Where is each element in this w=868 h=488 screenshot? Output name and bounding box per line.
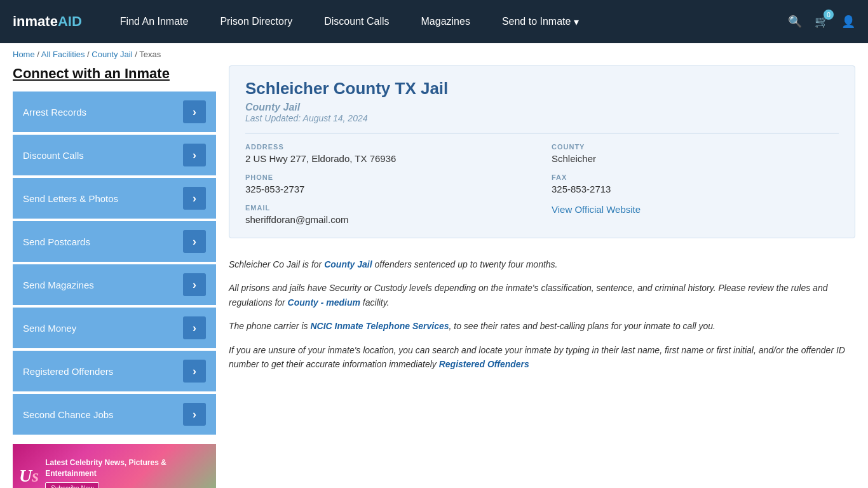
email-label: EMAIL: [245, 204, 532, 212]
phone-value: 325-853-2737: [245, 184, 532, 194]
user-icon[interactable]: 👤: [841, 15, 855, 29]
ad-subscribe-button[interactable]: Subscribe Now: [45, 482, 99, 488]
arrow-icon: ›: [183, 316, 206, 339]
main-content: Schleicher County TX Jail County Jail La…: [229, 65, 855, 488]
county-value: Schleicher: [552, 153, 839, 164]
fax-label: FAX: [552, 173, 839, 181]
ncic-link[interactable]: NCIC Inmate Telephone Services: [310, 321, 449, 331]
nav-discount-calls[interactable]: Discount Calls: [324, 16, 389, 27]
header-icons: 🔍 🛒 0 👤: [788, 15, 855, 29]
sidebar-item-discount-calls[interactable]: Discount Calls ›: [13, 135, 216, 175]
cart-badge: 0: [824, 10, 834, 20]
arrow-icon: ›: [183, 360, 206, 383]
arrow-icon: ›: [183, 144, 206, 166]
nav-prison-directory[interactable]: Prison Directory: [220, 16, 292, 27]
sidebar-item-arrest-records[interactable]: Arrest Records ›: [13, 92, 216, 132]
ad-logo: Us: [19, 466, 39, 486]
arrow-icon: ›: [183, 187, 206, 210]
breadcrumb-home[interactable]: Home: [13, 50, 35, 59]
facility-name: Schleicher County TX Jail: [245, 79, 839, 98]
fax-group: FAX 325-853-2713: [552, 173, 839, 194]
county-jail-link[interactable]: County Jail: [324, 259, 372, 269]
address-value: 2 US Hwy 277, Eldorado, TX 76936: [245, 153, 532, 164]
sidebar-item-send-magazines[interactable]: Send Magazines ›: [13, 264, 216, 305]
phone-label: PHONE: [245, 173, 532, 181]
sidebar-item-send-money[interactable]: Send Money ›: [13, 308, 216, 348]
main-nav: Find An Inmate Prison Directory Discount…: [120, 16, 763, 28]
website-group: View Official Website: [552, 204, 839, 225]
logo[interactable]: inmateAID: [13, 13, 82, 30]
county-label: COUNTY: [552, 143, 839, 151]
breadcrumb-texas: Texas: [139, 50, 161, 59]
breadcrumb: Home / All Facilities / County Jail / Te…: [0, 43, 868, 65]
email-value: sheriffdoran@gmail.com: [245, 214, 532, 225]
facility-description: Schleicher Co Jail is for County Jail of…: [229, 251, 855, 387]
sidebar: Connect with an Inmate Arrest Records › …: [13, 65, 216, 488]
address-group: ADDRESS 2 US Hwy 277, Eldorado, TX 76936: [245, 143, 532, 164]
ad-tagline: Latest Celebrity News, Pictures & Entert…: [45, 458, 210, 479]
sidebar-item-registered-offenders[interactable]: Registered Offenders ›: [13, 351, 216, 391]
arrow-icon: ›: [183, 403, 206, 426]
fax-value: 325-853-2713: [552, 184, 839, 194]
breadcrumb-county-jail[interactable]: County Jail: [92, 50, 132, 59]
county-medium-link[interactable]: County - medium: [288, 297, 360, 308]
facility-last-updated: Last Updated: August 14, 2024: [245, 113, 839, 123]
address-label: ADDRESS: [245, 143, 532, 151]
arrow-icon: ›: [183, 230, 206, 253]
facility-details: ADDRESS 2 US Hwy 277, Eldorado, TX 76936…: [245, 133, 839, 225]
nav-find-inmate[interactable]: Find An Inmate: [120, 16, 189, 27]
nav-magazines[interactable]: Magazines: [421, 16, 470, 27]
arrow-icon: ›: [183, 273, 206, 296]
dropdown-arrow-icon: ▾: [574, 16, 579, 28]
sidebar-item-send-letters[interactable]: Send Letters & Photos ›: [13, 178, 216, 219]
sidebar-menu: Arrest Records › Discount Calls › Send L…: [13, 92, 216, 435]
sidebar-title: Connect with an Inmate: [13, 65, 216, 82]
phone-group: PHONE 325-853-2737: [245, 173, 532, 194]
description-para-3: The phone carrier is NCIC Inmate Telepho…: [229, 319, 855, 333]
breadcrumb-all-facilities[interactable]: All Facilities: [41, 50, 85, 59]
description-para-1: Schleicher Co Jail is for County Jail of…: [229, 257, 855, 271]
arrow-icon: ›: [183, 100, 206, 123]
email-group: EMAIL sheriffdoran@gmail.com: [245, 204, 532, 225]
sidebar-item-second-chance-jobs[interactable]: Second Chance Jobs ›: [13, 394, 216, 435]
nav-send-to-inmate[interactable]: Send to Inmate ▾: [502, 16, 580, 28]
logo-text: inmateAID: [13, 13, 82, 30]
view-official-website-link[interactable]: View Official Website: [552, 204, 641, 215]
main-layout: Connect with an Inmate Arrest Records › …: [0, 65, 868, 488]
facility-type: County Jail: [245, 102, 839, 113]
main-header: inmateAID Find An Inmate Prison Director…: [0, 0, 868, 43]
search-icon[interactable]: 🔍: [788, 15, 802, 29]
description-para-2: All prisons and jails have Security or C…: [229, 281, 855, 309]
county-group: COUNTY Schleicher: [552, 143, 839, 164]
sidebar-item-send-postcards[interactable]: Send Postcards ›: [13, 221, 216, 262]
registered-offenders-link[interactable]: Registered Offenders: [439, 359, 529, 369]
cart-icon[interactable]: 🛒 0: [815, 15, 829, 29]
sidebar-advertisement[interactable]: Us Latest Celebrity News, Pictures & Ent…: [13, 444, 216, 488]
facility-card: Schleicher County TX Jail County Jail La…: [229, 65, 855, 238]
description-para-4: If you are unsure of your inmate's locat…: [229, 343, 855, 372]
